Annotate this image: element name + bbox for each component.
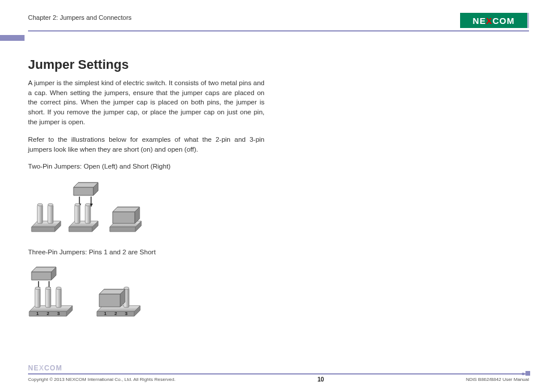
page-header: Chapter 2: Jumpers and Connectors NEXCOM <box>28 13 529 29</box>
svg-rect-40 <box>35 288 40 307</box>
logo-x-icon: X <box>486 16 492 26</box>
paragraph-intro: A jumper is the simplest kind of electri… <box>28 78 264 127</box>
header-divider <box>28 30 529 32</box>
svg-marker-16 <box>69 227 92 232</box>
nexcom-logo-footer: NEXCOM <box>28 364 62 372</box>
svg-text:3: 3 <box>125 311 128 316</box>
nexcom-logo-top: NEXCOM <box>460 13 529 28</box>
logo-x-icon: X <box>39 364 44 372</box>
illustration-two-pin <box>28 174 264 238</box>
section-tab <box>0 35 25 41</box>
copyright-text: Copyright © 2013 NEXCOM International Co… <box>28 377 176 382</box>
svg-rect-44 <box>56 288 61 307</box>
svg-marker-26 <box>113 212 135 223</box>
page-footer: NEXCOM Copyright © 2013 NEXCOM Internati… <box>28 373 529 383</box>
svg-rect-20 <box>85 205 90 223</box>
svg-point-45 <box>56 287 61 289</box>
paragraph-refer: Refer to the illustrations below for exa… <box>28 135 264 154</box>
svg-marker-55 <box>99 294 120 307</box>
svg-point-6 <box>48 204 53 206</box>
svg-rect-3 <box>37 205 43 223</box>
page-number: 10 <box>318 376 324 383</box>
svg-point-21 <box>85 204 90 206</box>
caption-two-pin: Two-Pin Jumpers: Open (Left) and Short (… <box>28 163 264 170</box>
svg-text:1: 1 <box>36 311 39 316</box>
svg-marker-1 <box>32 227 55 232</box>
svg-point-41 <box>35 287 40 289</box>
svg-rect-42 <box>46 288 51 307</box>
svg-point-43 <box>46 287 51 289</box>
svg-marker-32 <box>32 267 56 272</box>
main-content: Jumper Settings A jumper is the simplest… <box>28 57 264 324</box>
svg-rect-18 <box>75 205 80 223</box>
illustration-three-pin: 1 2 3 1 2 <box>28 260 264 324</box>
svg-marker-8 <box>74 187 93 195</box>
caption-three-pin: Three-Pin Jumpers: Pins 1 and 2 are Shor… <box>28 249 264 256</box>
svg-point-4 <box>37 204 43 206</box>
svg-text:3: 3 <box>57 311 60 316</box>
chapter-title: Chapter 2: Jumpers and Connectors <box>28 13 131 21</box>
svg-marker-30 <box>32 272 51 280</box>
logo-text: NEXCOM <box>473 16 515 26</box>
svg-rect-5 <box>48 205 53 223</box>
svg-text:1: 1 <box>104 311 107 316</box>
svg-text:2: 2 <box>47 311 50 316</box>
manual-name: NDiS B862/B842 User Manual <box>466 377 529 382</box>
footer-divider <box>28 373 529 374</box>
svg-marker-23 <box>110 227 135 232</box>
svg-point-53 <box>124 287 129 289</box>
svg-text:2: 2 <box>114 311 117 316</box>
page-title: Jumper Settings <box>28 57 264 72</box>
svg-marker-28 <box>113 207 140 212</box>
svg-marker-57 <box>99 289 125 294</box>
svg-point-19 <box>75 204 80 206</box>
svg-marker-10 <box>74 183 98 187</box>
